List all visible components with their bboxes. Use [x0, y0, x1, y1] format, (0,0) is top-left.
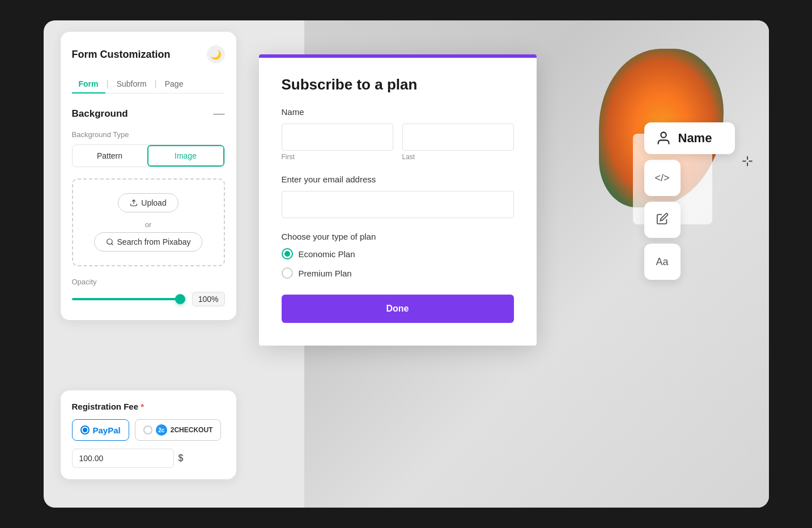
main-tabs: Form | Subform | Page [72, 75, 225, 93]
svg-point-3 [661, 133, 666, 138]
panel-title: Form Customization [72, 49, 171, 61]
right-toolbar: Name ⊹ </> Aa [644, 122, 735, 280]
upload-icon [130, 199, 138, 207]
last-name-input[interactable] [402, 124, 514, 151]
reg-fee-title: Registration Fee * [72, 402, 225, 411]
edit-toolbar-card[interactable] [644, 202, 681, 238]
moon-icon: 🌙 [210, 49, 222, 60]
upload-area: Upload or Search from Pixabay [72, 178, 225, 266]
payment-options: PayPal 2c 2CHECKOUT [72, 419, 225, 441]
paypal-option[interactable]: PayPal [72, 419, 129, 441]
code-icon-label: </> [654, 172, 669, 184]
checkout-label: 2CHECKOUT [171, 426, 213, 434]
form-title: Subscribe to a plan [282, 76, 514, 93]
user-icon [656, 130, 671, 146]
plan-option-premium[interactable]: Premium Plan [282, 267, 514, 279]
first-name-sublabel: First [282, 153, 393, 161]
panel-header: Form Customization 🌙 [72, 45, 225, 63]
tab-divider-1: | [107, 79, 109, 89]
search-icon [106, 238, 114, 246]
name-fields: First Last [282, 124, 514, 161]
background-title: Background [72, 108, 128, 120]
form-customization-panel: Form Customization 🌙 Form | Subform | Pa… [61, 32, 236, 320]
required-indicator: * [141, 402, 144, 411]
font-icon-label: Aa [656, 256, 668, 268]
name-card-wrapper: Name ⊹ [644, 122, 735, 154]
collapse-icon[interactable]: — [214, 107, 225, 120]
opacity-slider[interactable] [72, 298, 185, 300]
email-input[interactable] [282, 191, 514, 218]
bg-type-buttons: Pattern Image [72, 144, 225, 167]
submit-button[interactable]: Done [282, 295, 514, 323]
opacity-label: Opacity [72, 278, 225, 286]
tab-subform[interactable]: Subform [110, 75, 154, 93]
amount-input[interactable] [72, 449, 174, 468]
amount-row: $ [72, 449, 225, 468]
opacity-value: 100% [192, 292, 225, 306]
paypal-label: PayPal [93, 425, 121, 435]
pencil-icon [656, 212, 669, 225]
form-content: Subscribe to a plan Name First Last Ente… [259, 58, 537, 346]
registration-fee-card: Registration Fee * PayPal 2c 2CHECKOUT $ [61, 390, 236, 479]
currency-symbol: $ [178, 453, 184, 463]
name-toolbar-card[interactable]: Name [644, 122, 735, 154]
tab-page[interactable]: Page [158, 75, 190, 93]
last-name-sublabel: Last [402, 153, 514, 161]
tab-form[interactable]: Form [72, 75, 105, 93]
paypal-radio [80, 425, 90, 435]
pencil-icon-label [656, 212, 669, 228]
opacity-slider-row: 100% [72, 292, 225, 306]
main-container: Form Customization 🌙 Form | Subform | Pa… [44, 20, 769, 508]
last-name-field: Last [402, 124, 514, 161]
form-preview: Subscribe to a plan Name First Last Ente… [259, 54, 537, 346]
opacity-section: Opacity 100% [72, 278, 225, 306]
background-section-header: Background — [72, 107, 225, 120]
first-name-field: First [282, 124, 393, 161]
move-icon: ⊹ [742, 153, 753, 169]
first-name-input[interactable] [282, 124, 393, 151]
code-toolbar-card[interactable]: </> [644, 160, 681, 196]
svg-line-2 [111, 244, 113, 245]
bg-type-label: Background Type [72, 130, 225, 139]
email-field-label: Enter your email address [282, 174, 514, 184]
checkout-badge: 2c [156, 424, 167, 436]
checkout-option[interactable]: 2c 2CHECKOUT [135, 419, 222, 441]
name-field-label: Name [282, 107, 514, 117]
name-card-label: Name [678, 131, 712, 146]
svg-point-1 [107, 239, 112, 244]
checkout-radio [143, 425, 152, 435]
email-section: Enter your email address [282, 174, 514, 218]
bg-type-image[interactable]: Image [147, 145, 224, 167]
economic-radio [282, 248, 293, 259]
or-text: or [82, 220, 215, 229]
pixabay-search-button[interactable]: Search from Pixabay [94, 232, 203, 252]
tab-divider-2: | [155, 79, 157, 89]
upload-button[interactable]: Upload [118, 193, 178, 212]
plan-option-economic[interactable]: Economic Plan [282, 248, 514, 259]
premium-radio [282, 267, 293, 279]
plan-section: Choose your type of plan Economic Plan P… [282, 232, 514, 279]
font-toolbar-card[interactable]: Aa [644, 244, 681, 280]
dark-mode-toggle[interactable]: 🌙 [207, 45, 225, 63]
plan-field-label: Choose your type of plan [282, 232, 514, 241]
bg-type-pattern[interactable]: Pattern [73, 145, 147, 167]
